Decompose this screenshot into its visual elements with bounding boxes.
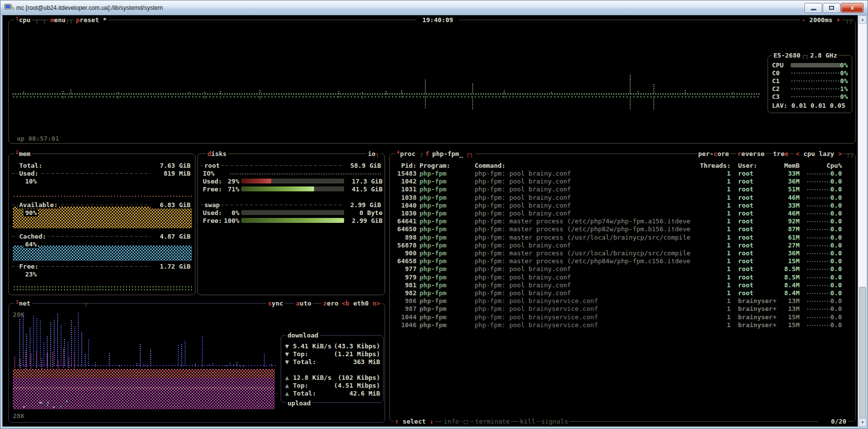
net-zero-button[interactable]: zero [321,300,340,307]
interval-plus-button[interactable]: + [836,16,840,24]
process-row[interactable]: 1031php-fpmphp-fpm: pool brainy.conf1roo… [390,185,855,193]
enter-key-icon[interactable]: □ [462,418,469,425]
process-row[interactable]: 1044php-fpmphp-fpm: pool brainyservice.c… [390,313,855,321]
process-threads: 1 [699,202,731,209]
cpu-box-number: 1 [16,16,18,21]
process-row[interactable]: 900php-fpmphp-fpm: master process (/usr/… [390,249,855,257]
mem-row-label: Available: [18,201,59,209]
scrollbar-down-icon[interactable]: ▼ [859,418,867,427]
sort-label: cpu lazy [804,150,835,157]
iface-prev-button[interactable]: <b [342,300,350,307]
process-row[interactable]: 977php-fpmphp-fpm: pool brainy.conf1root… [390,265,855,273]
upload-spike [14,356,16,368]
process-row[interactable]: 898php-fpmphp-fpm: master process (/usr/… [390,234,855,241]
mem-row-percent: 90% [24,209,38,216]
process-row[interactable]: 1040php-fpmphp-fpm: pool brainy.conf1roo… [390,202,855,209]
upload-graph-speck [47,404,48,406]
sort-prev-button[interactable]: < [796,150,800,157]
disk-bar-percent: 29% [223,178,239,185]
upload-arrow-icon: ▲ [285,382,289,389]
process-user: root [738,242,753,249]
process-cpu: 0.0 [812,234,842,241]
process-row[interactable]: 1038php-fpmphp-fpm: pool brainy.conf1roo… [390,194,855,201]
upload-spike [63,348,64,368]
cpu-graph-spike [629,74,631,94]
upload-spike [68,357,70,369]
net-interface-switcher[interactable]: <b eth0 n> [340,300,382,307]
process-row[interactable]: 15483php-fpmphp-fpm: pool brainy.conf1ro… [390,170,855,177]
update-interval: -2000ms+ [800,16,842,24]
column-header-mem[interactable]: MemB [770,162,800,169]
iface-next-button[interactable]: n> [373,300,381,307]
border-hook: ┌┐ [466,150,474,157]
cpu-graph-spike [117,92,119,94]
column-header-program[interactable]: Program: [419,162,450,169]
scrollbar-thumb[interactable] [859,287,866,419]
process-program: php-fpm [419,170,447,177]
column-header-threads[interactable]: Threads: [699,162,731,169]
info-button[interactable]: info [442,418,460,425]
tree-toggle[interactable]: tree [772,150,790,157]
io-tab[interactable]: io┐ [366,150,381,157]
process-row[interactable]: 982php-fpmphp-fpm: pool brainy.conf1root… [390,289,855,297]
column-header-pid[interactable]: Pid: [394,162,417,169]
process-program: php-fpm [419,234,447,241]
process-search[interactable]: ┌fphp-fpm_┌┐ [418,150,475,157]
upload-spike [30,353,32,368]
process-user: root [738,210,753,217]
scrollbar-track[interactable]: ▲ ▼ [858,15,867,427]
process-row[interactable]: 1046php-fpmphp-fpm: pool brainyservice.c… [390,321,855,329]
signals-button[interactable]: signals [540,418,570,425]
column-header-command[interactable]: Command: [475,162,506,169]
cpu-graph-spike [424,79,426,94]
process-row[interactable]: 64641php-fpmphp-fpm: master process (/et… [390,217,855,225]
process-mem: 46M [770,210,800,217]
close-button[interactable]: x [841,3,864,13]
mem-row-label: Cached: [18,233,48,240]
sort-selector[interactable]: <cpu lazy> [794,150,843,157]
net-box-title: 3net [14,300,32,308]
process-row[interactable]: 987php-fpmphp-fpm: pool brainyservice.co… [390,305,855,312]
minimize-button[interactable] [804,3,822,13]
interval-minus-button[interactable]: - [802,16,805,24]
process-row[interactable]: 986php-fpmphp-fpm: pool brainyservice.co… [390,297,855,305]
menu-button[interactable]: menu [49,16,67,24]
border-hook: ┌─┐ [35,16,46,24]
net-sync-button[interactable]: sync [266,300,285,307]
process-row[interactable]: 981php-fpmphp-fpm: pool brainy.conf1root… [390,281,855,289]
process-row[interactable]: 979php-fpmphp-fpm: pool brainy.conf1root… [390,274,855,281]
process-row[interactable]: 56878php-fpmphp-fpm: pool brainy.conf1ro… [390,242,855,249]
process-command: php-fpm: pool brainy.conf [475,265,571,273]
process-cpu: 0.0 [812,321,842,329]
terminate-button[interactable]: terminate [474,418,511,425]
kill-button[interactable]: kill [518,418,537,425]
download-spike [229,362,231,367]
sort-next-button[interactable]: > [838,150,842,157]
tree-hotkey: e [784,150,788,157]
mem-row-label: Total: [18,162,44,169]
net-auto-button[interactable]: auto [294,300,313,307]
process-row[interactable]: 1042php-fpmphp-fpm: pool brainy.conf1roo… [390,178,855,185]
column-header-user[interactable]: User: [738,162,757,169]
scrollbar-up-icon[interactable]: ▲ [859,15,867,24]
process-row[interactable]: 64650php-fpmphp-fpm: master process (/et… [390,225,855,233]
iface-name: eth0 [350,300,373,307]
upload-spike [46,353,48,369]
download-spike [139,343,141,367]
upload-row-label: Top: [293,382,308,389]
process-pid: 981 [394,281,417,289]
upload-spike [73,351,75,368]
per-core-toggle[interactable]: per-core [697,150,731,157]
disk-usage-bar [241,218,344,223]
process-program: php-fpm [419,185,447,193]
process-row[interactable]: 1030php-fpmphp-fpm: pool brainy.conf1roo… [390,210,855,217]
maximize-button[interactable] [823,3,840,13]
column-header-cpu[interactable]: Cpu% [812,162,842,169]
process-row[interactable]: 64658php-fpmphp-fpm: master process (/et… [390,257,855,265]
process-mem: 33M [770,170,800,177]
download-spike [270,364,272,367]
cpu-graph-spike [70,96,72,98]
preset-button[interactable]: preset * [74,16,108,24]
reverse-toggle[interactable]: reverse [736,150,766,157]
process-mem: 87M [770,225,800,233]
